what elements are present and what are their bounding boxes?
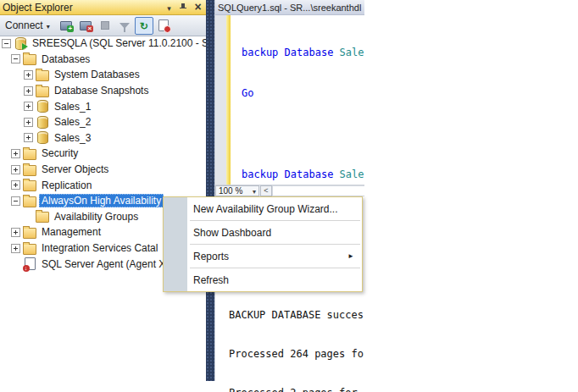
collapse-expander-icon[interactable]: [11, 196, 20, 206]
tree-item-sales-1[interactable]: Sales_1: [0, 98, 206, 114]
close-panel-button[interactable]: [192, 2, 204, 13]
stop-button[interactable]: [96, 17, 114, 35]
menu-item-refresh[interactable]: Refresh: [164, 269, 362, 290]
stop-icon: [101, 21, 109, 30]
refresh-button[interactable]: [135, 17, 153, 35]
expand-plus-icon[interactable]: [24, 86, 33, 96]
change-tracking-strip: [226, 15, 231, 185]
script-error-icon: [158, 19, 169, 31]
menu-item-label: Refresh: [193, 274, 229, 286]
menu-item-reports[interactable]: Reports: [164, 246, 362, 267]
tree-item-sales-2[interactable]: Sales_2: [0, 114, 206, 130]
folder-icon: [23, 194, 36, 207]
tree-item-database-snapshots[interactable]: Database Snapshots: [0, 83, 206, 99]
plus-badge-icon: +: [67, 25, 74, 32]
tree-item-label: Management: [39, 225, 103, 239]
menu-separator: [190, 244, 360, 245]
code-line: backup Database Sale: [242, 168, 364, 181]
document-tab-sqlquery1[interactable]: SQLQuery1.sql - SR...\sreekanthdl: [215, 0, 364, 15]
menu-item-new-availability-group-wizard[interactable]: New Availability Group Wizard...: [164, 198, 362, 219]
connect-server-icon: +: [60, 21, 72, 30]
tree-item-security[interactable]: Security: [0, 146, 206, 162]
menu-item-label: Show Dashboard: [193, 227, 271, 239]
tree-item-label: Replication: [39, 179, 94, 192]
database-icon: [36, 131, 49, 145]
folder-icon: [23, 52, 36, 66]
folder-icon: [23, 241, 36, 255]
tree-item-label: Availability Groups: [52, 210, 141, 224]
folder-icon: [23, 163, 36, 176]
sql-agent-disabled-icon: [23, 257, 36, 271]
expand-plus-icon[interactable]: [11, 149, 20, 158]
tree-item-server-objects[interactable]: Server Objects: [0, 162, 206, 178]
zoom-level-value: 100 %: [219, 186, 242, 196]
tree-item-databases[interactable]: Databases: [0, 52, 206, 68]
chevron-down-icon: [47, 19, 50, 31]
hscroll-left-arrow[interactable]: [260, 185, 272, 196]
output-line: Processed 2 pages for: [229, 387, 364, 392]
script-button[interactable]: [154, 17, 173, 35]
tree-item-label: System Databases: [52, 68, 142, 81]
expand-plus-icon[interactable]: [11, 244, 20, 253]
close-icon: [194, 2, 201, 14]
editor-bottom-bar: 100 %: [215, 185, 364, 196]
expand-plus-icon[interactable]: [11, 180, 20, 190]
tree-item-label: SREESQLA (SQL Server 11.0.2100 - SREEI: [30, 36, 206, 50]
query-editor-pane: SQLQuery1.sql - SR...\sreekanthdl backup…: [214, 0, 364, 381]
expand-plus-icon[interactable]: [24, 70, 33, 80]
collapse-expander-icon[interactable]: [11, 54, 20, 63]
auto-hide-pin-button[interactable]: [177, 2, 190, 13]
tree-item-replication[interactable]: Replication: [0, 177, 206, 193]
code-line: backup Database Sale: [242, 46, 364, 59]
tree-item-sales-3[interactable]: Sales_3: [0, 130, 206, 146]
tree-item-label: Security: [39, 146, 81, 160]
code-line: [242, 127, 364, 141]
output-lines: BACKUP DATABASE succes Processed 264 pag…: [229, 283, 364, 392]
menu-item-show-dashboard[interactable]: Show Dashboard: [164, 222, 362, 243]
folder-icon: [23, 146, 36, 160]
expander-spacer: [24, 212, 33, 221]
filter-button[interactable]: [115, 17, 134, 35]
connect-server-button[interactable]: +: [57, 17, 75, 35]
output-line: Processed 264 pages fo: [229, 348, 364, 361]
folder-icon: [23, 179, 36, 192]
disconnect-server-button[interactable]: ×: [76, 17, 95, 35]
folder-icon: [36, 68, 49, 81]
menu-separator: [190, 268, 360, 268]
zoom-level-dropdown[interactable]: 100 %: [215, 185, 259, 196]
collapse-expander-icon[interactable]: [2, 39, 11, 48]
editor-code-lines: backup Database Sale Go backup Database …: [242, 19, 364, 185]
context-menu: New Availability Group Wizard... Show Da…: [163, 196, 363, 292]
expand-plus-icon[interactable]: [24, 118, 33, 127]
tree-item-label: Databases: [39, 52, 92, 66]
database-cylinder-shape: [15, 37, 26, 50]
object-explorer-title: Object Explorer: [3, 2, 73, 14]
editor-selection-margin: [215, 15, 226, 185]
tree-item-label: Integration Services Catal: [39, 241, 160, 255]
window-position-button[interactable]: [163, 2, 175, 13]
expand-plus-icon[interactable]: [11, 165, 20, 174]
folder-icon: [23, 225, 36, 239]
tree-item-system-databases[interactable]: System Databases: [0, 67, 206, 83]
connect-dropdown-button[interactable]: Connect: [3, 18, 53, 33]
object-explorer-titlebar: Object Explorer: [0, 0, 206, 15]
hscroll-track[interactable]: [272, 185, 364, 196]
menu-item-label: New Availability Group Wizard...: [193, 203, 338, 215]
tree-item-label: SQL Server Agent (Agent X: [39, 257, 168, 271]
code-line: Go: [242, 86, 364, 100]
expand-plus-icon[interactable]: [24, 102, 33, 111]
tree-item-label: Database Snapshots: [52, 84, 151, 97]
tree-item-label-selected: AlwaysOn High Availability: [39, 194, 164, 207]
menu-separator: [190, 220, 360, 221]
tree-item-sreesqla-server[interactable]: SREESQLA (SQL Server 11.0.2100 - SREEI: [0, 36, 206, 52]
sql-code-editor[interactable]: backup Database Sale Go backup Database …: [215, 15, 364, 185]
dock-splitter[interactable]: [206, 0, 214, 381]
folder-icon: [36, 210, 49, 224]
filter-icon: [119, 23, 130, 29]
pin-icon: [180, 3, 187, 12]
database-icon: [36, 100, 49, 113]
menu-item-label: Reports: [193, 251, 229, 262]
expand-plus-icon[interactable]: [24, 133, 33, 142]
expand-plus-icon[interactable]: [11, 228, 20, 237]
disconnect-server-icon: ×: [80, 21, 92, 30]
